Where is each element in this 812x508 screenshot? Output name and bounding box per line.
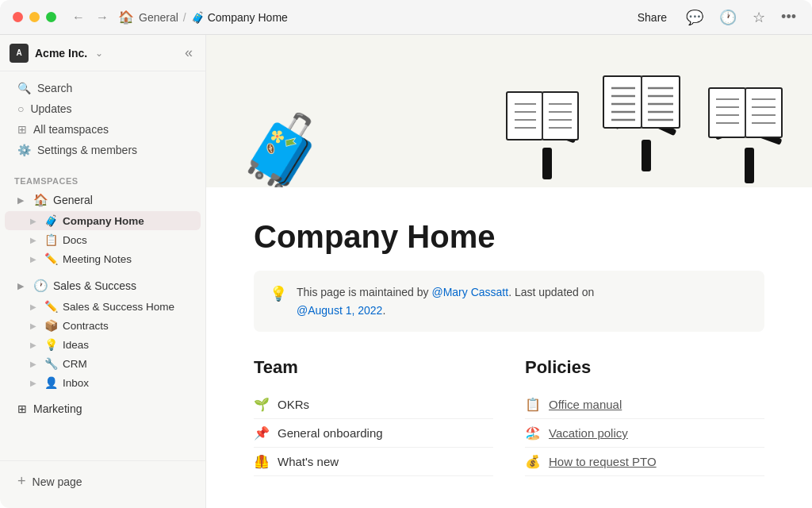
workspace-selector[interactable]: A Acme Inc. ⌄	[10, 44, 103, 63]
minimize-button[interactable]	[29, 12, 40, 22]
info-author-mention[interactable]: @Mary Cassatt	[431, 286, 508, 298]
sidebar-item-inbox-label: Inbox	[63, 377, 89, 389]
breadcrumb-current-label: Company Home	[208, 11, 288, 24]
breadcrumb-parent[interactable]: General	[139, 11, 178, 24]
updates-icon: ○	[17, 102, 24, 115]
pto-icon: 💰	[525, 454, 541, 469]
okrs-icon: 🌱	[254, 397, 270, 412]
sidebar-item-marketing[interactable]: ⊞ Marketing	[5, 398, 201, 419]
info-date-mention[interactable]: @August 1, 2022	[297, 304, 382, 317]
page-title: Company Home	[254, 219, 764, 255]
close-button[interactable]	[13, 12, 23, 22]
team-section: Team 🌱 OKRs 📌 General onboarding 🦺 Wh	[254, 357, 493, 476]
list-item-onboarding[interactable]: 📌 General onboarding	[254, 419, 493, 448]
office-manual-label: Office manual	[549, 398, 622, 411]
sidebar-item-meeting-notes[interactable]: ▶ ✏️ Meeting Notes	[5, 249, 201, 268]
briefcase-emoji: 🧳	[238, 116, 327, 187]
sidebar-item-meeting-notes-label: Meeting Notes	[63, 253, 132, 265]
sidebar-item-crm[interactable]: ▶ 🔧 CRM	[5, 354, 201, 373]
teamspaces-section: Teamspaces ▶ 🏠 General ▶ 🧳 Company Home …	[0, 167, 205, 422]
history-button[interactable]: 🕐	[716, 6, 740, 29]
collapse-sidebar-button[interactable]: «	[182, 41, 196, 64]
content-grid: Team 🌱 OKRs 📌 General onboarding 🦺 Wh	[254, 357, 764, 476]
sidebar-item-sales-home-label: Sales & Success Home	[63, 301, 174, 313]
svg-rect-8	[542, 92, 578, 140]
sidebar-item-ideas-label: Ideas	[63, 339, 89, 351]
sidebar-item-search-label: Search	[37, 82, 72, 94]
sidebar-item-docs[interactable]: ▶ 📋 Docs	[5, 230, 201, 249]
comment-button[interactable]: 💬	[683, 6, 707, 29]
policies-list: 📋 Office manual 🏖️ Vacation policy 💰 How…	[525, 391, 764, 476]
workspace-name: Acme Inc.	[35, 47, 87, 60]
teamspaces-label: Teamspaces	[0, 176, 205, 186]
sidebar-item-sales-home[interactable]: ▶ ✏️ Sales & Success Home	[5, 297, 201, 316]
sales-chevron-icon: ▶	[17, 281, 27, 291]
share-button[interactable]: Share	[631, 8, 673, 27]
main-content: 🧳	[206, 35, 812, 508]
page-body: Company Home 💡 This page is maintained b…	[206, 187, 812, 508]
list-item-okrs[interactable]: 🌱 OKRs	[254, 391, 493, 419]
more-button[interactable]: •••	[778, 6, 799, 29]
docs-icon: 📋	[44, 233, 58, 246]
sidebar-item-sales-success[interactable]: ▶ 🕐 Sales & Success	[5, 275, 201, 297]
list-item-whats-new[interactable]: 🦺 What's new	[254, 448, 493, 476]
sidebar-item-crm-label: CRM	[63, 358, 87, 370]
pto-label: How to request PTO	[549, 455, 657, 468]
page-hero: 🧳	[206, 35, 812, 187]
sidebar-item-inbox[interactable]: ▶ 👤 Inbox	[5, 373, 201, 392]
meeting-notes-chevron-icon: ▶	[30, 255, 40, 264]
home-icon: 🏠	[118, 10, 134, 25]
breadcrumb-current-icon: 🧳	[191, 11, 205, 24]
whats-new-icon: 🦺	[254, 454, 270, 469]
list-item-vacation-policy[interactable]: 🏖️ Vacation policy	[525, 419, 764, 448]
back-button[interactable]: ←	[69, 9, 88, 26]
crm-chevron-icon: ▶	[30, 360, 40, 368]
svg-rect-0	[542, 148, 552, 179]
window-chrome: ← → 🏠 General / 🧳 Company Home Share 💬 🕐…	[0, 0, 812, 35]
info-text-mid: . Last updated on	[508, 286, 594, 298]
sidebar-item-all-teamspaces-label: All teamspaces	[33, 123, 109, 136]
sidebar-item-contracts[interactable]: ▶ 📦 Contracts	[5, 316, 201, 335]
new-page-label: New page	[33, 475, 82, 488]
marketing-icon: ⊞	[17, 402, 27, 415]
crm-icon: 🔧	[44, 357, 58, 370]
sidebar-item-settings-label: Settings & members	[37, 144, 137, 156]
sidebar-nav: 🔍 Search ○ Updates ⊞ All teamspaces ⚙️ S…	[0, 71, 205, 167]
sidebar-item-ideas[interactable]: ▶ 💡 Ideas	[5, 335, 201, 354]
sidebar-item-updates[interactable]: ○ Updates	[5, 98, 201, 119]
sidebar-item-docs-label: Docs	[63, 234, 87, 246]
general-chevron-icon: ▶	[17, 195, 27, 206]
star-button[interactable]: ☆	[749, 6, 768, 29]
teamspaces-icon: ⊞	[17, 123, 27, 136]
contracts-chevron-icon: ▶	[30, 321, 40, 330]
forward-button[interactable]: →	[93, 9, 112, 26]
maximize-button[interactable]	[46, 12, 56, 22]
docs-chevron-icon: ▶	[30, 236, 40, 244]
breadcrumb-current: 🧳 Company Home	[191, 11, 288, 24]
sales-home-chevron-icon: ▶	[30, 302, 40, 311]
sidebar-item-company-home-label: Company Home	[63, 215, 144, 227]
nav-buttons: ← →	[69, 9, 112, 26]
sidebar-item-marketing-label: Marketing	[33, 402, 82, 415]
company-home-icon: 🧳	[44, 214, 58, 227]
sidebar-item-all-teamspaces[interactable]: ⊞ All teamspaces	[5, 119, 201, 140]
traffic-lights	[13, 12, 56, 22]
sidebar-item-general-label: General	[53, 194, 193, 206]
policies-heading: Policies	[525, 357, 764, 378]
hero-illustration: 🧳	[238, 108, 327, 187]
breadcrumb: 🏠 General / 🧳 Company Home	[118, 10, 631, 25]
sidebar-item-settings[interactable]: ⚙️ Settings & members	[5, 140, 201, 160]
new-page-button[interactable]: + New page	[5, 468, 201, 495]
workspace-logo: A	[10, 44, 29, 63]
sidebar-bottom: + New page	[0, 460, 205, 502]
list-item-office-manual[interactable]: 📋 Office manual	[525, 391, 764, 419]
svg-rect-38	[745, 88, 782, 137]
onboarding-label: General onboarding	[278, 426, 383, 440]
contracts-icon: 📦	[44, 319, 58, 332]
sidebar-item-general[interactable]: ▶ 🏠 General	[5, 189, 201, 211]
inbox-chevron-icon: ▶	[30, 379, 40, 387]
sidebar-item-search[interactable]: 🔍 Search	[5, 78, 201, 98]
sidebar-item-sales-label: Sales & Success	[53, 279, 193, 292]
sidebar-item-company-home[interactable]: ▶ 🧳 Company Home	[5, 211, 201, 230]
list-item-pto[interactable]: 💰 How to request PTO	[525, 448, 764, 476]
